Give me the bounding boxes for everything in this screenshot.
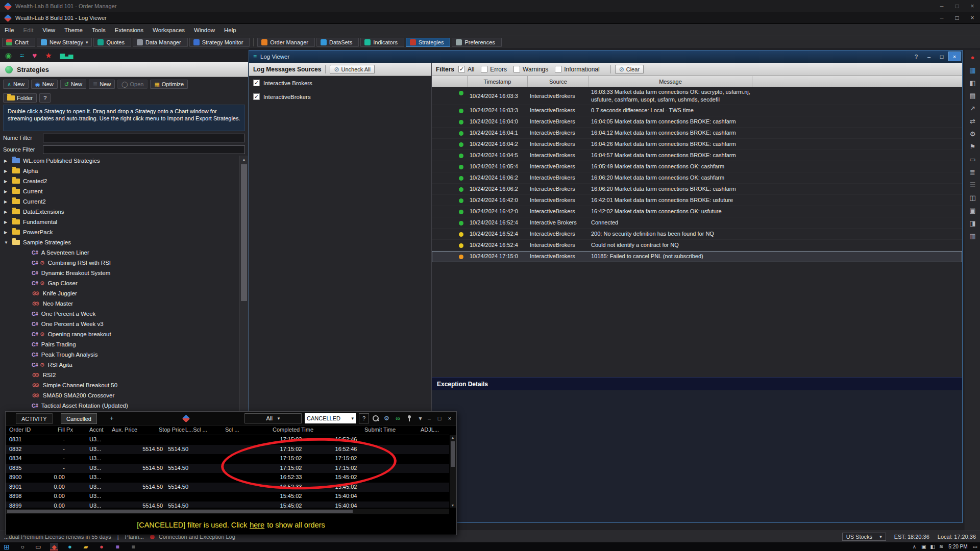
notification-center-icon[interactable]: ▭ bbox=[973, 544, 977, 549]
log-row[interactable]: 10/24/2024 16:04:0 InteractiveBrokers 16… bbox=[432, 116, 962, 128]
tree-item[interactable]: Opening range breakout bbox=[0, 329, 248, 339]
tool-strip-icon[interactable]: ⇄ bbox=[970, 118, 975, 124]
minimize-button[interactable]: – bbox=[923, 52, 935, 61]
tree-item[interactable]: Gap Closer bbox=[0, 278, 248, 288]
taskbar-app-icon[interactable] bbox=[97, 543, 106, 550]
log-row[interactable]: 10/24/2024 16:42:0 InteractiveBrokers 16… bbox=[432, 195, 962, 206]
menu-item[interactable]: Extensions bbox=[110, 24, 148, 36]
toolbar-button[interactable]: Data Manager bbox=[133, 38, 188, 47]
quickbar-icon[interactable]: ♥ bbox=[32, 52, 37, 59]
log-viewer-titlebar[interactable]: ≡ Log Viewer ? – □ × bbox=[249, 51, 962, 63]
tray-icon[interactable]: ▣ bbox=[921, 544, 926, 549]
folder-button[interactable]: Folder bbox=[3, 93, 37, 103]
scroll-down-icon[interactable]: ▼ bbox=[450, 504, 456, 507]
orders-column-header[interactable]: Stop Price bbox=[159, 427, 185, 433]
tree-item[interactable]: SMA50 SMA200 Crossover bbox=[0, 390, 248, 400]
orders-column-header[interactable]: Submit Time bbox=[364, 427, 396, 433]
orders-column-header[interactable]: ADJL... bbox=[421, 427, 439, 433]
expander-icon[interactable]: ▶ bbox=[4, 189, 9, 194]
search-orders-button[interactable] bbox=[371, 414, 380, 423]
link-button[interactable]: ∞ bbox=[394, 414, 402, 423]
tree-item[interactable]: Combining RSI with RSI bbox=[0, 258, 248, 268]
account-filter-dropdown[interactable]: All ▾ bbox=[244, 413, 302, 423]
filter-checkbox[interactable] bbox=[513, 66, 520, 72]
orders-column-header[interactable]: Accnt bbox=[89, 427, 104, 433]
add-tab-button[interactable]: + bbox=[110, 414, 114, 422]
tree-item[interactable]: Knife Juggler bbox=[0, 288, 248, 298]
log-row[interactable]: 10/24/2024 17:15:0 InteractiveBrokers 10… bbox=[432, 251, 962, 262]
log-row[interactable]: 10/24/2024 16:52:4 InteractiveBrokers Co… bbox=[432, 240, 962, 251]
order-row[interactable]: 8898 0.00 U3... 15:45:02 15:40:04 bbox=[6, 492, 449, 502]
order-row[interactable]: 0832 - U3... 5514.50 5514.50 17:15:02 16… bbox=[6, 445, 449, 455]
scrollbar-thumb[interactable] bbox=[7, 510, 353, 513]
tab-cancelled[interactable]: Cancelled bbox=[61, 413, 97, 424]
expander-icon[interactable]: ▶ bbox=[4, 230, 9, 235]
tool-strip-icon[interactable]: ▦ bbox=[969, 67, 975, 73]
taskbar-app-icon[interactable] bbox=[113, 543, 121, 550]
expander-icon[interactable]: ▶ bbox=[4, 220, 9, 224]
toolbar-button[interactable]: New Strategy ▾ bbox=[37, 38, 92, 47]
minimize-button[interactable]: – bbox=[934, 12, 949, 23]
tool-strip-icon[interactable]: ● bbox=[971, 54, 975, 61]
tool-strip-icon[interactable]: ◨ bbox=[969, 220, 975, 227]
menu-item[interactable]: Window bbox=[189, 24, 219, 36]
strategy-toolbar-button[interactable]: ↺ New bbox=[60, 80, 86, 89]
tool-strip-icon[interactable]: ⚑ bbox=[970, 143, 976, 150]
strategy-toolbar-button[interactable]: ◯ Open bbox=[117, 80, 148, 89]
name-filter-input[interactable] bbox=[43, 134, 245, 142]
quickbar-icon[interactable]: ▆▃▅ bbox=[60, 53, 73, 59]
toolbar-button[interactable]: Chart bbox=[2, 38, 35, 47]
log-row[interactable]: 10/24/2024 16:04:1 InteractiveBrokers 16… bbox=[432, 128, 962, 139]
tree-item[interactable]: ▶ Created2 bbox=[0, 176, 248, 186]
minimize-button[interactable]: – bbox=[934, 0, 949, 12]
tree-item[interactable]: ▶ DataExtensions bbox=[0, 207, 248, 217]
tree-item[interactable]: Tactical Asset Rotation (Updated) bbox=[0, 400, 248, 411]
tray-icon[interactable]: ◧ bbox=[930, 544, 935, 549]
tray-icon[interactable]: ≋ bbox=[939, 544, 943, 549]
order-row[interactable]: 0835 - U3... 5514.50 5514.50 17:15:02 17… bbox=[6, 464, 449, 473]
toolbar-button[interactable]: Preferences bbox=[452, 38, 501, 47]
order-row[interactable]: 0831 - U3... 17:15:02 16:52:46 bbox=[6, 435, 449, 445]
order-row[interactable]: 8901 0.00 U3... 5514.50 5514.50 16:52:33… bbox=[6, 483, 449, 492]
menu-item[interactable]: Edit bbox=[19, 24, 38, 36]
tool-strip-icon[interactable]: ◧ bbox=[969, 80, 975, 86]
column-message[interactable]: Message bbox=[589, 76, 752, 87]
log-row[interactable]: 10/24/2024 16:04:2 InteractiveBrokers 16… bbox=[432, 139, 962, 150]
tree-item[interactable]: ▶ Current2 bbox=[0, 196, 248, 207]
toolbar-button[interactable] bbox=[253, 38, 254, 46]
order-row[interactable]: 0834 - U3... 17:15:02 17:15:02 bbox=[6, 454, 449, 464]
orders-column-header[interactable]: Aux. Price bbox=[112, 427, 137, 433]
column-timestamp[interactable]: Timestamp bbox=[468, 76, 528, 87]
log-row[interactable]: 10/24/2024 16:42:0 InteractiveBrokers 16… bbox=[432, 206, 962, 217]
strategy-toolbar-button[interactable]: ◉ New bbox=[31, 80, 58, 89]
status-filter-select[interactable]: CANCELLED ▾ bbox=[305, 413, 356, 423]
strategy-toolbar-button[interactable]: ▦ Optimize bbox=[150, 80, 188, 89]
scroll-up-icon[interactable]: ▲ bbox=[240, 156, 248, 163]
taskbar-clock[interactable]: 5:20 PM bbox=[948, 544, 967, 549]
scrollbar-thumb[interactable] bbox=[451, 441, 455, 467]
log-row[interactable]: 10/24/2024 16:03:3 InteractiveBrokers 16… bbox=[432, 87, 962, 105]
market-dropdown[interactable]: US Stocks ▾ bbox=[842, 533, 886, 541]
tool-strip-icon[interactable]: ◫ bbox=[969, 194, 975, 201]
toolbar-button[interactable]: Quotes bbox=[93, 38, 131, 47]
expander-icon[interactable]: ▶ bbox=[4, 179, 9, 184]
help-button[interactable]: ? bbox=[39, 93, 51, 103]
tool-strip-icon[interactable]: ▥ bbox=[969, 233, 975, 239]
toolbar-button[interactable]: Strategy Monitor bbox=[189, 38, 250, 47]
more-options-button[interactable]: ▾ bbox=[416, 414, 425, 423]
filter-checkbox[interactable] bbox=[555, 66, 561, 72]
filter-checkbox[interactable] bbox=[481, 66, 487, 72]
toolbar-button[interactable]: Indicators bbox=[360, 38, 404, 47]
column-source[interactable]: Source bbox=[528, 76, 589, 87]
tool-strip-icon[interactable]: ▣ bbox=[969, 207, 975, 214]
tree-item[interactable]: Dynamic Breakout System bbox=[0, 268, 248, 278]
source-checkbox[interactable] bbox=[253, 80, 260, 86]
orders-horizontal-scrollbar[interactable] bbox=[6, 509, 449, 514]
clear-button[interactable]: ⊘ Clear bbox=[615, 65, 644, 74]
tree-item[interactable]: Simple Channel Breakout 50 bbox=[0, 380, 248, 390]
menu-item[interactable]: Help bbox=[219, 24, 241, 36]
menu-item[interactable]: Workspaces bbox=[148, 24, 189, 36]
tool-strip-icon[interactable]: ⚙ bbox=[970, 131, 976, 137]
expander-icon[interactable]: ▼ bbox=[4, 240, 9, 245]
expander-icon[interactable]: ▶ bbox=[4, 210, 9, 214]
